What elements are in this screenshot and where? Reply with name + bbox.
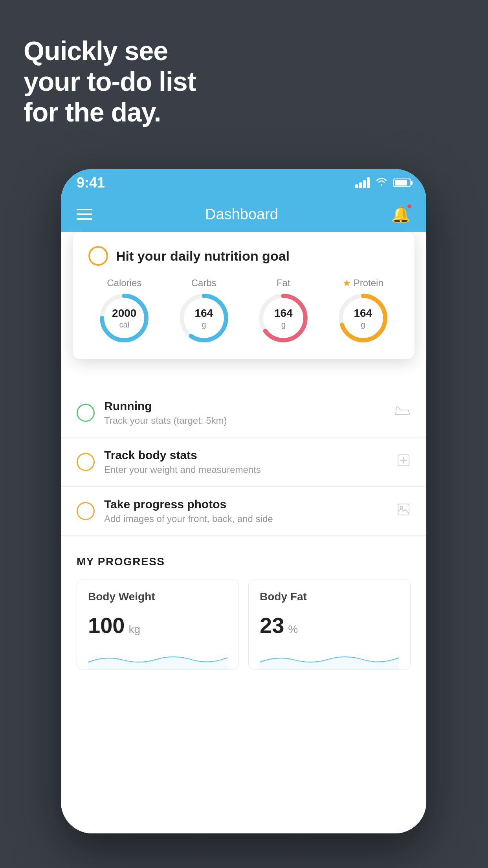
headline-line2: your to-do list — [24, 66, 196, 97]
todo-action-icon[interactable] — [396, 502, 411, 520]
donut-unit: g — [274, 320, 293, 329]
progress-card[interactable]: Body Fat 23 % — [248, 579, 411, 670]
nutrition-label: Fat — [277, 278, 290, 289]
nutrition-check-circle[interactable] — [88, 246, 108, 266]
todo-item[interactable]: Track body stats Enter your weight and m… — [61, 438, 426, 487]
nav-title: Dashboard — [205, 206, 278, 223]
progress-card-title: Body Weight — [88, 590, 227, 603]
battery-icon — [393, 178, 411, 187]
phone-mockup: 9:41 Dashboard 🔔 — [61, 169, 426, 833]
todo-list: Running Track your stats (target: 5km) T… — [61, 388, 426, 536]
progress-unit: kg — [128, 623, 140, 636]
todo-subtitle: Enter your weight and measurements — [104, 464, 387, 475]
svg-rect-9 — [398, 504, 409, 515]
progress-section-header: MY PROGRESS — [77, 555, 411, 568]
donut-value: 164 — [274, 307, 293, 320]
donut-unit: g — [354, 320, 372, 329]
nutrition-label: ★Protein — [343, 278, 383, 289]
wifi-icon — [375, 177, 388, 189]
todo-circle[interactable] — [77, 404, 95, 422]
menu-button[interactable] — [77, 209, 92, 220]
nutrition-card-title: Hit your daily nutrition goal — [116, 248, 290, 264]
todo-title: Take progress photos — [104, 498, 387, 511]
todo-action-icon[interactable] — [396, 453, 411, 471]
todo-item[interactable]: Take progress photos Add images of your … — [61, 487, 426, 536]
status-bar: 9:41 — [61, 169, 426, 197]
nutrition-label: Carbs — [191, 278, 216, 289]
todo-text: Running Track your stats (target: 5km) — [104, 399, 385, 426]
donut-carbs: 164 g — [178, 292, 229, 344]
svg-point-10 — [400, 506, 403, 509]
todo-text: Take progress photos Add images of your … — [104, 498, 387, 524]
progress-value: 23 — [260, 612, 284, 638]
nutrition-label: Calories — [107, 278, 141, 289]
status-time: 9:41 — [77, 175, 105, 191]
todo-circle[interactable] — [77, 453, 95, 471]
star-icon: ★ — [343, 278, 351, 289]
todo-subtitle: Add images of your front, back, and side — [104, 513, 387, 524]
nutrition-grid: Calories 2000 cal Carbs 164 g Fat — [88, 278, 399, 344]
nav-bar: Dashboard 🔔 — [61, 197, 426, 232]
notification-button[interactable]: 🔔 — [391, 205, 411, 224]
signal-icon — [355, 177, 370, 188]
donut-value: 164 — [194, 307, 213, 320]
nutrition-item-carbs: Carbs 164 g — [168, 278, 240, 344]
nutrition-item-calories: Calories 2000 cal — [88, 278, 160, 344]
status-icons — [355, 177, 411, 189]
progress-value-row: 100 kg — [88, 612, 227, 638]
nutrition-card: Hit your daily nutrition goal Calories 2… — [73, 232, 415, 359]
donut-unit: g — [194, 320, 213, 329]
donut-value: 164 — [354, 307, 372, 320]
progress-wave — [260, 646, 399, 669]
nutrition-item-protein: ★Protein 164 g — [327, 278, 399, 344]
donut-calories: 2000 cal — [99, 292, 150, 344]
donut-unit: cal — [112, 320, 136, 329]
todo-title: Track body stats — [104, 449, 387, 462]
headline-line1: Quickly see — [24, 35, 196, 66]
todo-action-icon[interactable] — [395, 405, 411, 421]
donut-value: 2000 — [112, 307, 136, 320]
notification-dot — [407, 204, 412, 209]
todo-item[interactable]: Running Track your stats (target: 5km) — [61, 388, 426, 438]
progress-wave — [88, 646, 227, 669]
todo-circle[interactable] — [77, 502, 95, 520]
headline-line3: for the day. — [24, 97, 196, 127]
main-content: THINGS TO DO TODAY Hit your daily nutrit… — [61, 232, 426, 833]
progress-cards: Body Weight 100 kg Body Fat 23 % — [77, 579, 411, 670]
progress-card-title: Body Fat — [260, 590, 399, 603]
donut-fat: 164 g — [258, 292, 309, 344]
headline: Quickly see your to-do list for the day. — [24, 35, 196, 128]
progress-section: MY PROGRESS Body Weight 100 kg Body Fat … — [61, 536, 426, 670]
progress-unit: % — [288, 623, 298, 636]
todo-text: Track body stats Enter your weight and m… — [104, 449, 387, 475]
progress-card[interactable]: Body Weight 100 kg — [77, 579, 239, 670]
donut-protein: 164 g — [338, 292, 389, 344]
nutrition-item-fat: Fat 164 g — [248, 278, 319, 344]
progress-value-row: 23 % — [260, 612, 399, 638]
todo-subtitle: Track your stats (target: 5km) — [104, 415, 385, 426]
progress-value: 100 — [88, 612, 125, 638]
todo-title: Running — [104, 399, 385, 413]
